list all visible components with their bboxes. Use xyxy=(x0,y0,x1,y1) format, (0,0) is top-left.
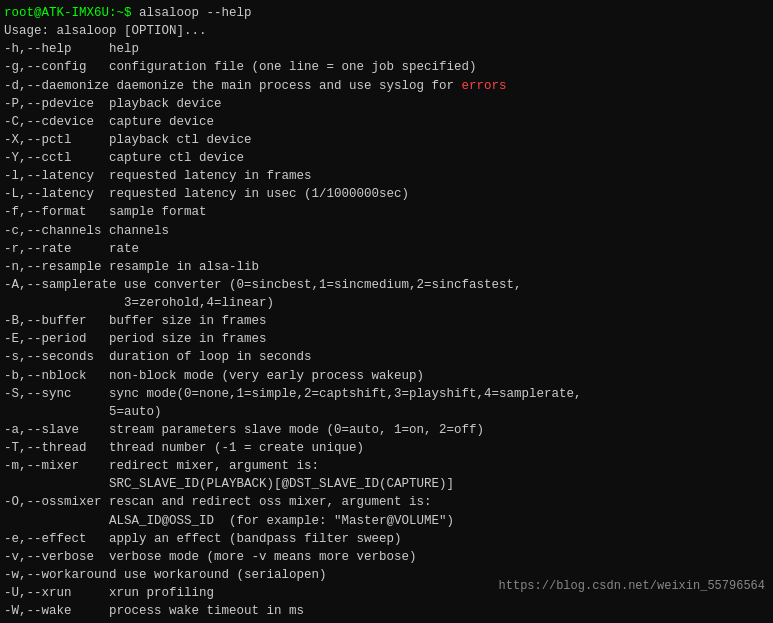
terminal-line: ALSA_ID@OSS_ID (for example: "Master@VOL… xyxy=(4,512,769,530)
terminal-output: root@ATK-IMX6U:~$ alsaloop --helpUsage: … xyxy=(4,4,769,623)
watermark-url: https://blog.csdn.net/weixin_55796564 xyxy=(499,578,765,595)
terminal-line: -b,--nblock non-block mode (very early p… xyxy=(4,367,769,385)
terminal-line: -A,--samplerate use converter (0=sincbes… xyxy=(4,276,769,294)
terminal-line: 3=zerohold,4=linear) xyxy=(4,294,769,312)
terminal-line: root@ATK-IMX6U:~$ alsaloop --help xyxy=(4,4,769,22)
terminal-line: -a,--slave stream parameters slave mode … xyxy=(4,421,769,439)
terminal-line: Usage: alsaloop [OPTION]... xyxy=(4,22,769,40)
terminal-line: -g,--config configuration file (one line… xyxy=(4,58,769,76)
terminal-line: -S,--sync sync mode(0=none,1=simple,2=ca… xyxy=(4,385,769,403)
terminal-line: -h,--help help xyxy=(4,40,769,58)
terminal-line: -O,--ossmixer rescan and redirect oss mi… xyxy=(4,493,769,511)
terminal-line: -E,--period period size in frames xyxy=(4,330,769,348)
terminal-line: -n,--resample resample in alsa-lib xyxy=(4,258,769,276)
terminal-line: -f,--format sample format xyxy=(4,203,769,221)
terminal-line: SRC_SLAVE_ID(PLAYBACK)[@DST_SLAVE_ID(CAP… xyxy=(4,475,769,493)
terminal-line: -W,--wake process wake timeout in ms xyxy=(4,602,769,620)
terminal-line: -e,--effect apply an effect (bandpass fi… xyxy=(4,530,769,548)
terminal-line: -X,--pctl playback ctl device xyxy=(4,131,769,149)
terminal-line: -B,--buffer buffer size in frames xyxy=(4,312,769,330)
terminal-line: -L,--latency requested latency in usec (… xyxy=(4,185,769,203)
terminal-line: -l,--latency requested latency in frames xyxy=(4,167,769,185)
terminal-line: -C,--cdevice capture device xyxy=(4,113,769,131)
terminal-line: -P,--pdevice playback device xyxy=(4,95,769,113)
terminal-line: -Y,--cctl capture ctl device xyxy=(4,149,769,167)
terminal-line: -c,--channels channels xyxy=(4,222,769,240)
terminal-line: -m,--mixer redirect mixer, argument is: xyxy=(4,457,769,475)
terminal-line: -T,--thread thread number (-1 = create u… xyxy=(4,439,769,457)
terminal-line: -r,--rate rate xyxy=(4,240,769,258)
terminal-line: -s,--seconds duration of loop in seconds xyxy=(4,348,769,366)
terminal-line: -d,--daemonize daemonize the main proces… xyxy=(4,77,769,95)
terminal-line: 5=auto) xyxy=(4,403,769,421)
terminal-line: -v,--verbose verbose mode (more -v means… xyxy=(4,548,769,566)
terminal-window[interactable]: root@ATK-IMX6U:~$ alsaloop --helpUsage: … xyxy=(0,0,773,623)
